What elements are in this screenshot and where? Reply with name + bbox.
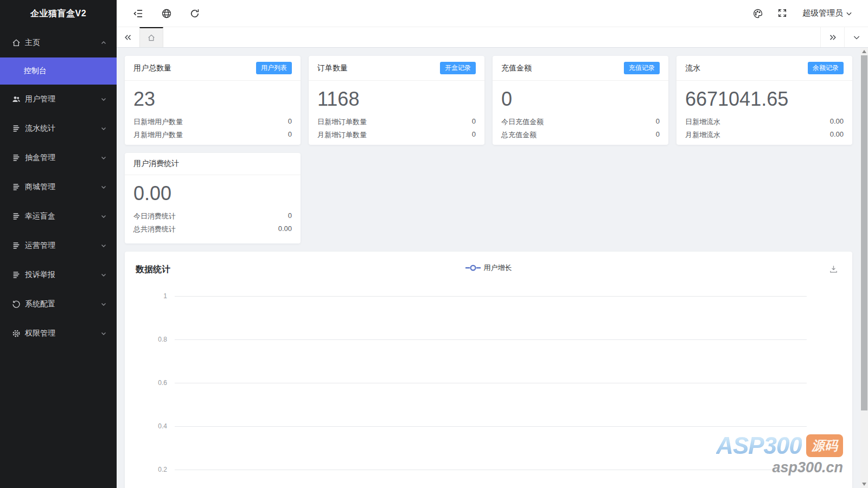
tabs-scroll-left-icon[interactable]: [117, 27, 139, 47]
card-row: 日新增用户数量 0: [133, 115, 292, 129]
sidebar-item-label: 系统配置: [25, 299, 100, 309]
sidebar-subitem-label: 控制台: [24, 66, 47, 76]
chart-plot-area: 1 0.8 0.6 0.4 0.2: [136, 296, 841, 488]
chevron-down-icon: [100, 272, 107, 278]
consume-card-row: 用户消费统计 0.00 今日消费统计 0 总共消费统计 0.00: [125, 153, 852, 243]
chevron-up-icon: [100, 40, 107, 46]
home-icon: [147, 34, 156, 42]
list-icon: [12, 241, 21, 250]
sidebar-item-box-management[interactable]: 抽盒管理: [0, 143, 117, 172]
data-statistics-chart-card: 数据统计 用户增长 1 0.8 0.6 0.4: [125, 252, 852, 488]
users-icon: [12, 95, 21, 104]
card-row: 今日消费统计 0: [133, 210, 292, 223]
sidebar-item-label: 商城管理: [25, 182, 100, 192]
chevron-down-icon: [100, 242, 107, 249]
vertical-scrollbar[interactable]: [860, 48, 868, 488]
sidebar-item-flow-stats[interactable]: 流水统计: [0, 114, 117, 143]
legend-line-marker-icon: [465, 265, 481, 271]
scrollbar-thumb[interactable]: [861, 55, 867, 410]
home-icon: [12, 38, 21, 47]
card-row: 今日充值金额 0: [501, 115, 660, 129]
stat-card-orders: 订单数量 开盒记录 1168 日新增订单数量 0 月新增订单数量 0: [309, 56, 484, 145]
sidebar: 企业猫盲盒V2 主页 控制台 用户管理: [0, 0, 117, 488]
fold-menu-icon[interactable]: [133, 8, 144, 19]
tab-home[interactable]: [139, 27, 163, 47]
card-row: 日新增订单数量 0: [317, 115, 476, 129]
sidebar-item-label: 权限管理: [25, 329, 100, 338]
card-title: 用户总数量: [133, 63, 171, 73]
legend-user-growth[interactable]: 用户增长: [465, 263, 512, 273]
refresh-icon[interactable]: [189, 8, 200, 19]
sidebar-item-permissions[interactable]: 权限管理: [0, 319, 117, 348]
stat-card-flow: 流水 余额记录 6671041.65 日新增流水 0.00 月新增流水 0.00: [676, 56, 852, 145]
card-row: 总共消费统计 0.00: [133, 223, 292, 236]
chevron-down-icon: [100, 213, 107, 220]
app-logo: 企业猫盲盒V2: [0, 0, 117, 27]
sidebar-item-home[interactable]: 主页: [0, 28, 117, 57]
card-row: 月新增流水 0.00: [685, 129, 844, 142]
list-icon: [12, 153, 21, 162]
recharge-records-badge[interactable]: 充值记录: [624, 62, 660, 74]
sidebar-item-operations[interactable]: 运营管理: [0, 231, 117, 260]
sidebar-item-label: 投诉举报: [25, 270, 100, 280]
card-title: 充值金额: [501, 63, 532, 73]
chevron-down-icon: [100, 330, 107, 337]
header-left-tools: [117, 8, 200, 19]
stat-card-recharge: 充值金额 充值记录 0 今日充值金额 0 总充值金额 0: [493, 56, 668, 145]
sidebar-item-lucky-box[interactable]: 幸运盲盒: [0, 202, 117, 231]
scrollbar-up-arrow-icon[interactable]: [862, 50, 866, 53]
tabs-scroll-right-icon[interactable]: [820, 27, 844, 47]
sidebar-item-complaints[interactable]: 投诉举报: [0, 260, 117, 290]
tabs-options-dropdown-icon[interactable]: [844, 27, 868, 47]
sidebar-item-system-config[interactable]: 系统配置: [0, 290, 117, 319]
palette-icon[interactable]: [752, 8, 763, 19]
chevron-down-icon: [100, 184, 107, 190]
list-icon: [12, 124, 21, 133]
legend-label: 用户增长: [484, 263, 512, 273]
sidebar-item-label: 用户管理: [25, 94, 100, 104]
scrollbar-down-arrow-icon[interactable]: [862, 483, 866, 486]
y-axis-tick: 0.2: [136, 466, 167, 473]
card-value: 6671041.65: [685, 84, 844, 115]
sidebar-item-console[interactable]: 控制台: [0, 57, 117, 85]
user-menu[interactable]: 超级管理员: [802, 8, 853, 18]
card-row: 月新增用户数量 0: [133, 129, 292, 142]
user-list-badge[interactable]: 用户列表: [256, 62, 292, 74]
sidebar-item-label: 抽盒管理: [25, 153, 100, 163]
sidebar-item-label: 流水统计: [25, 124, 100, 133]
open-box-records-badge[interactable]: 开盒记录: [440, 62, 476, 74]
stat-card-consume: 用户消费统计 0.00 今日消费统计 0 总共消费统计 0.00: [125, 153, 301, 243]
gridline: [175, 339, 807, 340]
sidebar-item-mall-management[interactable]: 商城管理: [0, 172, 117, 202]
card-title: 流水: [685, 63, 700, 73]
chart-title: 数据统计: [136, 264, 170, 275]
download-chart-icon[interactable]: [829, 265, 838, 274]
stat-cards-row: 用户总数量 用户列表 23 日新增用户数量 0 月新增用户数量 0 订单数量 开…: [125, 56, 852, 145]
stat-card-users: 用户总数量 用户列表 23 日新增用户数量 0 月新增用户数量 0: [125, 56, 301, 145]
y-axis-tick: 0.8: [136, 336, 167, 343]
chevron-down-icon: [100, 125, 107, 132]
y-axis-tick: 0.4: [136, 422, 167, 430]
gear-icon: [12, 329, 21, 338]
chevron-down-icon: [100, 301, 107, 307]
card-value: 0.00: [133, 178, 292, 210]
gridline: [175, 426, 807, 427]
list-icon: [12, 183, 21, 191]
top-header: 超级管理员: [117, 0, 868, 27]
tab-spacer: [163, 27, 820, 47]
user-name: 超级管理员: [802, 8, 843, 18]
sidebar-item-user-management[interactable]: 用户管理: [0, 85, 117, 114]
sidebar-item-label: 幸运盲盒: [25, 211, 100, 221]
gridline: [175, 296, 807, 297]
card-value: 23: [133, 84, 292, 115]
card-row: 月新增订单数量 0: [317, 129, 476, 142]
y-axis-tick: 1: [136, 292, 167, 300]
chevron-down-icon: [100, 155, 107, 161]
globe-icon[interactable]: [161, 8, 172, 19]
list-icon: [12, 212, 21, 221]
card-title: 用户消费统计: [133, 159, 179, 169]
sidebar-item-label: 运营管理: [25, 241, 100, 251]
fullscreen-icon[interactable]: [777, 8, 788, 19]
balance-records-badge[interactable]: 余额记录: [808, 62, 844, 74]
y-axis-tick: 0.6: [136, 379, 167, 387]
